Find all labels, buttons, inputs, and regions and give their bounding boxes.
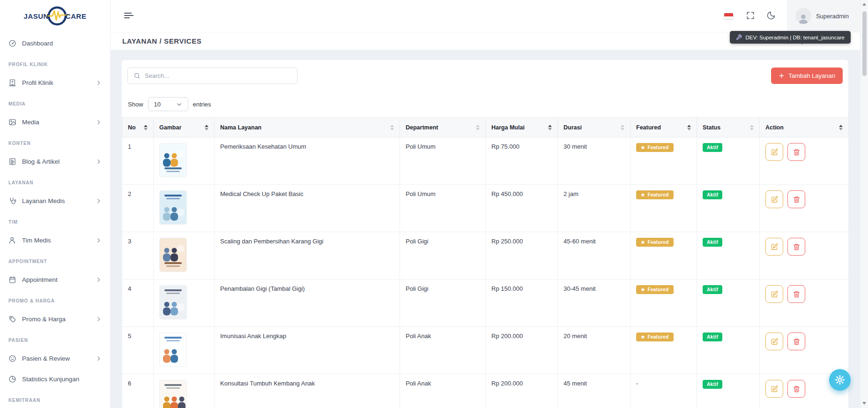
sort-icon[interactable]	[390, 125, 394, 130]
cell-department: Poli Umum	[400, 137, 486, 185]
brand-logo[interactable]: JASUN CARE	[0, 0, 110, 32]
delete-button[interactable]	[787, 143, 805, 161]
sidebar-item-label: Blog & Artikel	[22, 158, 59, 165]
trash-icon	[793, 196, 801, 204]
add-service-button[interactable]: Tambah Layanan	[771, 68, 843, 84]
column-header-featured[interactable]: Featured	[631, 118, 697, 137]
sidebar-item-profil-klinik[interactable]: Profil Klinik	[8, 74, 102, 91]
status-badge: Aktif	[703, 380, 722, 389]
table-row: 6 Konsultasi Tumbuh Kembang Anak Poli An…	[122, 374, 849, 408]
menu-toggle-button[interactable]	[124, 11, 134, 21]
column-header-nama-layanan[interactable]: Nama Layanan	[215, 118, 400, 137]
sidebar-item-media[interactable]: Media	[8, 113, 102, 130]
column-header-harga-mulai[interactable]: Harga Mulai	[486, 118, 558, 137]
edit-button[interactable]	[765, 143, 783, 161]
sidebar-item-pasien-review[interactable]: Pasien & Review	[8, 350, 102, 367]
fullscreen-icon	[746, 11, 755, 20]
edit-button[interactable]	[765, 285, 783, 303]
sort-icon[interactable]	[750, 125, 754, 130]
delete-button[interactable]	[787, 190, 805, 208]
scrollbar-down-arrow[interactable]	[862, 402, 866, 405]
edit-button[interactable]	[765, 380, 783, 398]
wrench-icon	[736, 34, 742, 40]
featured-badge: ★Featured	[636, 143, 674, 152]
scrollbar-up-arrow[interactable]	[862, 3, 866, 6]
sort-icon[interactable]	[476, 125, 480, 130]
settings-fab-button[interactable]	[829, 369, 851, 391]
sidebar-item-label: Layanan Medis	[22, 197, 65, 204]
edit-button[interactable]	[765, 332, 783, 350]
sidebar-item-label: Pasien & Review	[22, 355, 70, 362]
sidebar-item-appointment[interactable]: Appointment	[8, 271, 102, 288]
service-thumbnail[interactable]	[159, 190, 187, 225]
fullscreen-button[interactable]	[746, 11, 755, 22]
sort-icon[interactable]	[839, 125, 843, 130]
trash-icon	[793, 338, 801, 346]
table-row: 5 Imunisasi Anak Lengkap Poli Anak Rp 20…	[122, 327, 849, 374]
cell-service-name: Penambalan Gigi (Tambal Gigi)	[215, 280, 400, 327]
sidebar-section-media: MEDIA	[8, 101, 102, 107]
cell-price: Rp 250.000	[486, 232, 558, 280]
cell-no: 2	[122, 185, 154, 232]
cell-duration: 45-60 menit	[558, 232, 631, 280]
sidebar-item-layanan-medis[interactable]: Layanan Medis	[8, 192, 102, 209]
page-size-select[interactable]: 10	[148, 97, 188, 111]
language-flag-indonesia[interactable]	[724, 13, 734, 19]
column-header-no[interactable]: No	[122, 118, 154, 137]
sort-icon[interactable]	[205, 125, 208, 130]
table-row: 2 Medical Check Up Paket Basic Poli Umum…	[122, 185, 849, 232]
cell-featured: ★Featured	[631, 232, 697, 280]
sidebar-item-tim-medis[interactable]: Tim Medis	[8, 232, 102, 249]
service-thumbnail[interactable]	[159, 238, 187, 272]
cell-no: 1	[122, 137, 154, 185]
dark-mode-toggle[interactable]	[766, 11, 776, 22]
sort-icon[interactable]	[548, 125, 552, 130]
delete-button[interactable]	[787, 238, 805, 256]
delete-button[interactable]	[787, 285, 805, 303]
column-header-action[interactable]: Action	[760, 118, 849, 137]
column-header-department[interactable]: Department	[400, 118, 486, 137]
star-icon: ★	[641, 287, 645, 292]
sidebar-item-statistics-kunjungan[interactable]: Statistics Kunjungan	[8, 370, 102, 387]
chevron-right-icon	[96, 119, 102, 125]
sidebar-nav: DashboardPROFIL KLINIKProfil KlinikMEDIA…	[0, 32, 110, 403]
edit-button[interactable]	[765, 190, 783, 208]
column-header-gambar[interactable]: Gambar	[154, 118, 215, 137]
cell-service-name: Medical Check Up Paket Basic	[215, 185, 400, 232]
add-service-label: Tambah Layanan	[788, 72, 835, 79]
cell-department: Poli Umum	[400, 185, 486, 232]
dev-environment-badge: DEV: Superadmin | DB: tenant_jasuncare	[730, 31, 851, 44]
status-badge: Aktif	[703, 332, 722, 341]
delete-button[interactable]	[787, 380, 805, 398]
chevron-right-icon	[96, 198, 102, 204]
service-thumbnail[interactable]	[159, 285, 187, 319]
sidebar-item-dashboard[interactable]: Dashboard	[8, 35, 102, 52]
column-label: Status	[703, 124, 720, 131]
column-header-status[interactable]: Status	[697, 118, 760, 137]
sidebar-section-promo-harga: PROMO & HARGA	[8, 298, 102, 304]
table-row: 3 Scaling dan Pembersihan Karang Gigi Po…	[122, 232, 849, 280]
services-card: Tambah Layanan Show 10 entries NoGambarN…	[122, 60, 848, 408]
pie-icon	[8, 375, 16, 383]
featured-badge: ★Featured	[636, 238, 674, 247]
edit-button[interactable]	[765, 238, 783, 256]
sort-icon[interactable]	[621, 125, 624, 130]
sidebar-item-blog-artikel[interactable]: Blog & Artikel	[8, 153, 102, 170]
scrollbar-thumb[interactable]	[862, 11, 867, 76]
chevron-right-icon	[96, 277, 102, 283]
service-thumbnail[interactable]	[159, 332, 187, 367]
user-menu[interactable]: Superadmin	[787, 0, 860, 32]
sidebar-item-promo-harga[interactable]: Promo & Harga	[8, 310, 102, 327]
service-thumbnail[interactable]	[159, 380, 187, 408]
trash-icon	[793, 385, 801, 393]
delete-button[interactable]	[787, 332, 805, 350]
chevron-down-icon	[176, 101, 182, 107]
column-header-durasi[interactable]: Durasi	[558, 118, 631, 137]
sort-icon[interactable]	[144, 125, 148, 130]
service-thumbnail[interactable]	[159, 143, 187, 177]
image-icon	[8, 118, 16, 126]
search-input[interactable]	[145, 72, 291, 79]
cell-price: Rp 75.000	[486, 137, 558, 185]
moon-icon	[766, 11, 776, 20]
sort-icon[interactable]	[687, 125, 691, 130]
